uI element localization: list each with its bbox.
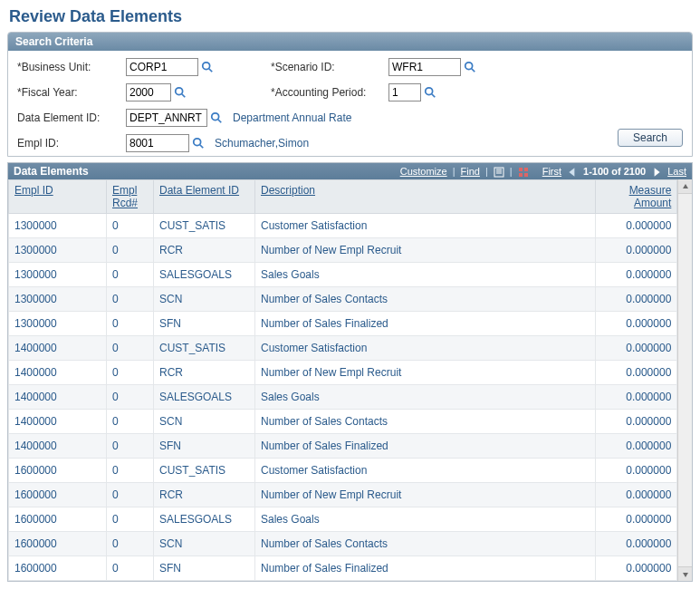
lookup-icon[interactable] — [210, 111, 223, 124]
table-row: 16000000SFNNumber of Sales Finalized0.00… — [9, 556, 677, 581]
table-row: 14000000SCNNumber of Sales Contacts0.000… — [9, 410, 677, 434]
data-elements-table: Empl ID Empl Rcd# Data Element ID Descri… — [8, 179, 677, 581]
empl-id-desc: Schumacher,Simon — [215, 137, 309, 150]
empl-id-input[interactable] — [126, 134, 189, 152]
grid-customize-link[interactable]: Customize — [400, 166, 447, 177]
label-fiscal-year: Fiscal Year: — [17, 86, 126, 99]
next-icon[interactable] — [651, 165, 662, 177]
table-cell: SCN — [154, 287, 255, 312]
table-cell: Customer Satisfaction — [255, 336, 596, 361]
table-cell: 0 — [107, 434, 154, 459]
data-element-id-desc: Department Annual Rate — [233, 111, 351, 124]
table-cell: Number of Sales Contacts — [255, 410, 596, 434]
grid-first-link[interactable]: First — [542, 166, 561, 177]
table-cell: 1300000 — [9, 312, 107, 336]
table-cell: Number of Sales Contacts — [255, 532, 596, 556]
lookup-icon[interactable] — [192, 137, 205, 150]
table-cell: Sales Goals — [255, 507, 596, 532]
svg-point-10 — [194, 139, 201, 146]
table-cell: SALESGOALS — [154, 507, 255, 532]
svg-line-7 — [432, 94, 436, 98]
fiscal-year-input[interactable] — [126, 83, 171, 101]
label-accounting-period: Accounting Period: — [271, 86, 388, 99]
svg-point-8 — [212, 113, 219, 121]
table-cell: 0.000000 — [596, 556, 677, 581]
accounting-period-input[interactable] — [388, 83, 421, 101]
scroll-up-icon[interactable] — [678, 179, 692, 194]
data-elements-grid: Data Elements Customize | Find | | First… — [7, 162, 693, 582]
table-row: 14000000SFNNumber of Sales Finalized0.00… — [9, 434, 677, 459]
table-row: 14000000RCRNumber of New Empl Recruit0.0… — [9, 361, 677, 385]
table-cell: 0 — [107, 312, 154, 336]
table-cell: 0 — [107, 263, 154, 287]
table-row: 13000000RCRNumber of New Empl Recruit0.0… — [9, 238, 677, 263]
business-unit-input[interactable] — [126, 58, 198, 76]
table-row: 14000000SALESGOALSSales Goals0.000000 — [9, 385, 677, 410]
lookup-icon[interactable] — [464, 61, 476, 73]
col-header-empl-rcd[interactable]: Empl Rcd# — [107, 180, 154, 214]
table-cell: 0 — [107, 287, 154, 312]
table-cell: SFN — [154, 434, 255, 459]
grid-icon[interactable] — [518, 165, 529, 177]
table-cell: Number of Sales Finalized — [255, 556, 596, 581]
data-element-id-input[interactable] — [126, 109, 207, 127]
table-cell: 0 — [107, 336, 154, 361]
col-header-measure-amount[interactable]: Measure Amount — [596, 180, 677, 214]
table-cell: Number of Sales Finalized — [255, 312, 596, 336]
table-cell: SCN — [154, 410, 255, 434]
table-cell: 0.000000 — [596, 361, 677, 385]
table-cell: CUST_SATIS — [154, 214, 255, 238]
table-cell: 1300000 — [9, 287, 107, 312]
table-cell: 1300000 — [9, 214, 107, 238]
table-cell: RCR — [154, 483, 255, 507]
svg-line-11 — [200, 145, 204, 149]
label-empl-id: Empl ID: — [17, 137, 126, 150]
prev-icon[interactable] — [567, 165, 578, 177]
table-cell: 0.000000 — [596, 312, 677, 336]
table-row: 16000000SALESGOALSSales Goals0.000000 — [9, 507, 677, 532]
vertical-scrollbar[interactable] — [677, 179, 692, 581]
table-row: 13000000SCNNumber of Sales Contacts0.000… — [9, 287, 677, 312]
scroll-down-icon[interactable] — [678, 566, 692, 581]
table-cell: 1600000 — [9, 507, 107, 532]
search-criteria-panel: Search Criteria Business Unit: Scenario … — [7, 32, 693, 157]
table-cell: 1300000 — [9, 263, 107, 287]
grid-title: Data Elements — [14, 165, 89, 178]
svg-line-9 — [218, 120, 222, 123]
table-cell: 0 — [107, 238, 154, 263]
svg-rect-13 — [519, 168, 523, 171]
table-cell: 1300000 — [9, 238, 107, 263]
table-cell: 0.000000 — [596, 410, 677, 434]
download-icon[interactable] — [494, 165, 504, 177]
lookup-icon[interactable] — [174, 86, 187, 99]
lookup-icon[interactable] — [201, 61, 214, 73]
svg-rect-16 — [524, 173, 528, 177]
lookup-icon[interactable] — [424, 86, 436, 99]
table-cell: 0 — [107, 483, 154, 507]
table-cell: Sales Goals — [255, 385, 596, 410]
grid-last-link[interactable]: Last — [667, 166, 686, 177]
table-cell: Number of New Empl Recruit — [255, 238, 596, 263]
svg-line-3 — [472, 69, 475, 72]
table-cell: 1600000 — [9, 556, 107, 581]
search-criteria-header: Search Criteria — [8, 33, 692, 51]
col-header-data-element-id[interactable]: Data Element ID — [154, 180, 255, 214]
table-cell: 0 — [107, 507, 154, 532]
table-cell: 0 — [107, 459, 154, 483]
col-header-empl-id[interactable]: Empl ID — [9, 180, 107, 214]
label-business-unit: Business Unit: — [17, 61, 126, 73]
table-cell: 1600000 — [9, 459, 107, 483]
svg-point-6 — [426, 88, 433, 95]
table-cell: 0.000000 — [596, 238, 677, 263]
search-button[interactable]: Search — [618, 129, 683, 147]
svg-point-4 — [176, 88, 183, 95]
table-row: 16000000RCRNumber of New Empl Recruit0.0… — [9, 483, 677, 507]
table-row: 14000000CUST_SATISCustomer Satisfaction0… — [9, 336, 677, 361]
table-cell: 0.000000 — [596, 434, 677, 459]
scenario-id-input[interactable] — [388, 58, 461, 76]
grid-find-link[interactable]: Find — [461, 166, 480, 177]
table-cell: CUST_SATIS — [154, 459, 255, 483]
col-header-description[interactable]: Description — [255, 180, 596, 214]
table-cell: 0.000000 — [596, 336, 677, 361]
svg-rect-15 — [519, 173, 523, 177]
